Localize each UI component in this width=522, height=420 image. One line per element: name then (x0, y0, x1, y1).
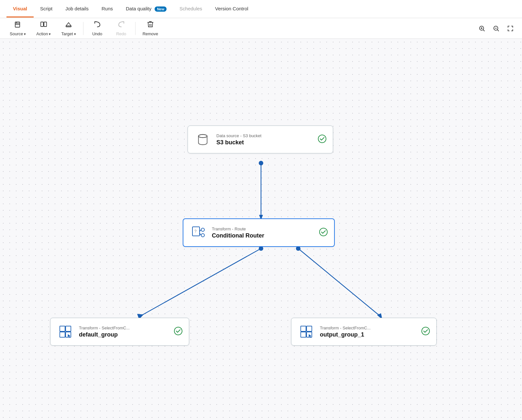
action-label: Action (36, 31, 51, 36)
svg-point-14 (259, 246, 263, 251)
router-node-icon: ? (190, 224, 207, 241)
svg-point-13 (259, 161, 263, 165)
default-group-status (174, 327, 182, 337)
output-group-icon (298, 323, 315, 340)
source-label: Source (10, 31, 26, 36)
svg-point-37 (422, 327, 430, 335)
svg-rect-2 (44, 22, 47, 27)
svg-rect-33 (301, 326, 306, 331)
router-node-text: Transform - Route Conditional Router (212, 227, 314, 239)
router-node-status (319, 228, 328, 238)
svg-point-25 (201, 228, 204, 231)
separator-2 (135, 22, 136, 35)
svg-rect-28 (60, 326, 65, 331)
router-node[interactable]: ? Transform - Route Conditional Router (183, 218, 335, 247)
source-button[interactable]: Source (5, 18, 30, 38)
data-quality-badge: New (155, 6, 167, 12)
default-group-subtitle: Transform - SelectFromC... (79, 326, 169, 330)
default-group-node[interactable]: Transform - SelectFromC... default_group (50, 318, 189, 346)
svg-rect-29 (66, 326, 71, 331)
zoom-out-button[interactable] (490, 22, 503, 35)
target-button[interactable]: Target (57, 18, 80, 38)
tab-bar: Visual Script Job details Runs Data qual… (0, 0, 522, 18)
tab-version-control[interactable]: Version Control (209, 1, 255, 17)
default-group-icon (57, 323, 74, 340)
svg-point-21 (199, 135, 207, 138)
output-group-text: Transform - SelectFromC... output_group_… (320, 326, 416, 338)
redo-icon (117, 20, 125, 30)
svg-point-22 (318, 135, 326, 143)
default-group-text: Transform - SelectFromC... default_group (79, 326, 169, 338)
default-group-title: default_group (79, 331, 169, 338)
svg-point-32 (174, 327, 182, 335)
svg-point-26 (201, 234, 204, 237)
svg-line-18 (298, 249, 379, 315)
s3-node-subtitle: Data source - S3 bucket (216, 133, 313, 138)
undo-icon (93, 20, 101, 30)
svg-rect-34 (307, 326, 312, 331)
s3-node[interactable]: Data source - S3 bucket S3 bucket (188, 126, 333, 153)
output-group-title: output_group_1 (320, 331, 416, 338)
tab-script[interactable]: Script (34, 1, 59, 17)
tab-visual[interactable]: Visual (6, 1, 34, 17)
target-icon (65, 20, 72, 30)
output-group-node[interactable]: Transform - SelectFromC... output_group_… (291, 318, 437, 346)
svg-rect-35 (301, 332, 306, 337)
svg-point-27 (320, 228, 327, 236)
remove-button[interactable]: Remove (138, 18, 163, 38)
svg-rect-30 (60, 332, 65, 337)
output-group-status (421, 327, 430, 337)
tab-runs[interactable]: Runs (95, 1, 119, 17)
action-button[interactable]: Action (32, 18, 55, 38)
output-group-subtitle: Transform - SelectFromC... (320, 326, 416, 330)
redo-button[interactable]: Redo (110, 18, 133, 38)
tab-job-details[interactable]: Job details (59, 1, 95, 17)
canvas[interactable]: Data source - S3 bucket S3 bucket ? (0, 39, 522, 420)
undo-label: Undo (92, 31, 102, 36)
undo-button[interactable]: Undo (86, 18, 109, 38)
redo-label: Redo (116, 31, 126, 36)
tab-schedules: Schedules (173, 1, 209, 17)
svg-point-15 (296, 246, 300, 251)
svg-rect-1 (41, 22, 43, 27)
separator-1 (83, 22, 83, 35)
action-icon (40, 20, 48, 30)
target-label: Target (61, 31, 76, 36)
zoom-in-button[interactable] (475, 22, 488, 35)
svg-line-5 (483, 30, 484, 31)
toolbar: Source Action Target Undo (0, 18, 522, 39)
s3-node-status (318, 135, 326, 144)
svg-line-16 (141, 249, 261, 315)
router-node-title: Conditional Router (212, 232, 314, 239)
remove-icon (147, 20, 154, 30)
svg-rect-3 (66, 26, 71, 27)
source-icon (14, 20, 22, 30)
remove-label: Remove (143, 31, 158, 36)
svg-text:?: ? (194, 229, 197, 234)
tab-data-quality[interactable]: Data quality New (119, 1, 173, 18)
s3-node-text: Data source - S3 bucket S3 bucket (216, 133, 313, 146)
router-node-subtitle: Transform - Route (212, 227, 314, 231)
s3-node-icon (194, 131, 211, 148)
fit-view-button[interactable] (504, 22, 517, 35)
s3-node-title: S3 bucket (216, 139, 313, 146)
svg-line-9 (497, 30, 499, 31)
